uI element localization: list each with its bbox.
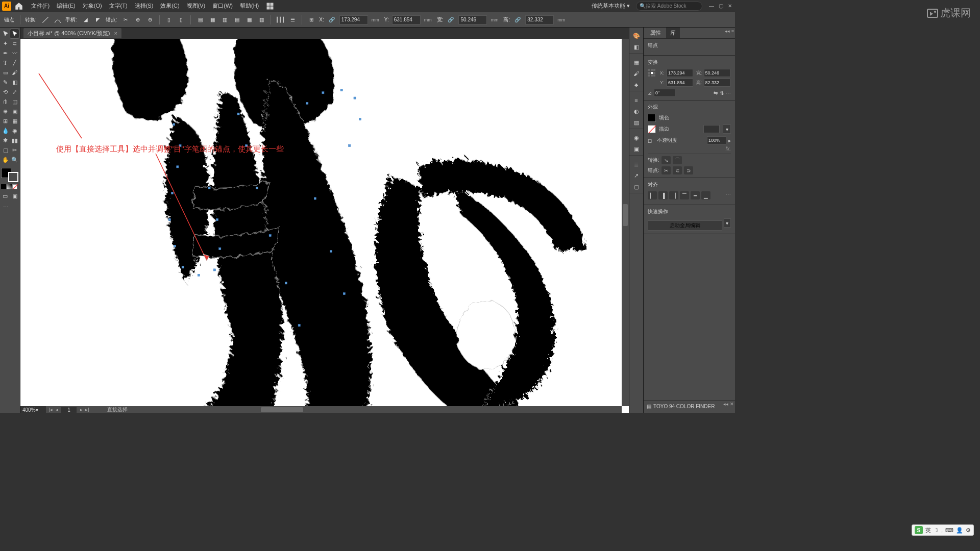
handle-hide-icon[interactable]: ◤: [93, 15, 103, 24]
page-input[interactable]: 1: [61, 407, 77, 413]
menu-help[interactable]: 帮助(H): [236, 1, 262, 11]
gradient-panel-icon[interactable]: ◐: [632, 107, 641, 116]
prop-x-input[interactable]: [667, 69, 693, 77]
convert-smooth-icon[interactable]: [53, 15, 62, 24]
zoom-tool[interactable]: 🔍: [10, 155, 19, 164]
quick-dropdown[interactable]: ▾: [724, 218, 731, 228]
asset-export-icon[interactable]: ↗: [632, 171, 641, 180]
stroke-panel-icon[interactable]: ≡: [632, 95, 641, 105]
flip-h-icon[interactable]: ⇋: [714, 90, 718, 96]
artboard-nav2[interactable]: ▸▸|: [79, 407, 90, 412]
remove-anchor-icon[interactable]: ✂: [121, 15, 130, 24]
eyedropper-tool[interactable]: 💧: [1, 126, 10, 135]
menu-file[interactable]: 文件(F): [28, 1, 53, 11]
menu-select[interactable]: 选择(S): [131, 1, 157, 11]
close-button[interactable]: ✕: [727, 3, 733, 9]
convert-corner-btn[interactable]: ↘: [662, 156, 671, 164]
align-btn-2[interactable]: ▯: [177, 15, 186, 24]
fill-swatch[interactable]: [648, 114, 656, 122]
graph-tool[interactable]: ▮▮: [10, 136, 19, 145]
gradient-tool[interactable]: ▦: [10, 116, 19, 126]
stroke-swatch[interactable]: [648, 125, 656, 133]
align-btn-1[interactable]: ▯: [164, 15, 174, 24]
swatch-close-icon[interactable]: ✕: [730, 402, 734, 407]
connect-anchor-btn[interactable]: ⊂: [673, 166, 682, 174]
screen-modes[interactable]: ▭▣: [1, 191, 19, 201]
panel-menu-icon[interactable]: ≡: [731, 29, 734, 34]
convert-corner-icon[interactable]: [41, 15, 50, 24]
canvas[interactable]: 使用【直接选择工具】选中并调整"目"字笔画的锚点，使其更长一些: [20, 39, 629, 413]
blend-tool[interactable]: ◉: [10, 126, 19, 135]
transparency-icon[interactable]: ▨: [632, 118, 641, 127]
align-more-icon[interactable]: ⋯: [726, 191, 731, 199]
distribute-h-icon[interactable]: ┃┃┃: [276, 15, 285, 24]
menu-type[interactable]: 文字(T): [106, 1, 131, 11]
appearance-icon[interactable]: ◉: [632, 133, 641, 142]
mesh-tool[interactable]: ⊞: [1, 116, 10, 126]
zoom-display[interactable]: 400% ▾: [20, 406, 46, 413]
align-right-btn[interactable]: ▕: [669, 191, 678, 199]
tab-properties[interactable]: 属性: [646, 28, 665, 38]
line-tool[interactable]: ╱: [10, 58, 19, 67]
align-hcenter-icon[interactable]: ▦: [208, 15, 217, 24]
menu-window[interactable]: 窗口(W): [209, 1, 236, 11]
layers-icon[interactable]: ≣: [632, 160, 641, 169]
rotate-tool[interactable]: ⟲: [1, 87, 10, 96]
hand-tool[interactable]: ✋: [1, 155, 10, 164]
flip-v-icon[interactable]: ⇅: [720, 90, 724, 96]
remove-anchor-btn[interactable]: ✂: [662, 166, 671, 174]
align-right-icon[interactable]: ▥: [220, 15, 229, 24]
prop-w-input[interactable]: [704, 69, 730, 77]
link-xy-icon[interactable]: 🔗: [327, 15, 336, 24]
artboard-nav[interactable]: |◂◂: [48, 407, 59, 412]
direct-selection-tool[interactable]: [10, 29, 19, 38]
swatch-list-icon[interactable]: ▤: [647, 404, 651, 409]
adobe-stock-search[interactable]: 🔍 搜索 Adobe Stock: [636, 2, 702, 11]
horizontal-scrollbar[interactable]: 400% ▾ |◂◂ 1 ▸▸| 直接选择: [20, 406, 622, 413]
handle-show-icon[interactable]: ◢: [81, 15, 90, 24]
global-edit-button[interactable]: 启动全局编辑: [648, 220, 722, 231]
cut-anchor-btn[interactable]: ⊃: [684, 166, 693, 174]
y-input[interactable]: [392, 15, 421, 24]
w-input[interactable]: [458, 15, 487, 24]
artboard-tool[interactable]: ▢: [1, 145, 10, 155]
shaper-tool[interactable]: ✎: [1, 78, 10, 87]
opacity-input[interactable]: [707, 136, 726, 144]
type-tool[interactable]: T: [1, 58, 10, 67]
distribute-v-icon[interactable]: ☰: [288, 15, 297, 24]
symbol-sprayer-tool[interactable]: ✱: [1, 136, 10, 145]
reference-point[interactable]: [648, 69, 656, 77]
close-tab-icon[interactable]: ×: [114, 30, 117, 36]
minimize-button[interactable]: —: [708, 3, 715, 9]
angle-input[interactable]: [654, 89, 675, 97]
stroke-weight-input[interactable]: [703, 125, 720, 133]
align-left-icon[interactable]: ▤: [195, 15, 205, 24]
align-bottom-btn[interactable]: ▁: [701, 191, 710, 199]
maximize-button[interactable]: ▢: [718, 3, 724, 9]
lasso-tool[interactable]: ⊂: [10, 39, 19, 48]
menu-edit[interactable]: 编辑(E): [53, 1, 79, 11]
width-tool[interactable]: ⫛: [1, 97, 10, 106]
arrange-docs-icon[interactable]: [265, 2, 275, 11]
slice-tool[interactable]: ✂: [10, 145, 19, 155]
graphic-styles-icon[interactable]: ▣: [632, 144, 641, 154]
color-guide-icon[interactable]: ◧: [632, 42, 641, 52]
rectangle-tool[interactable]: ▭: [1, 68, 10, 77]
edit-toolbar[interactable]: ⋯: [1, 203, 10, 212]
perspective-tool[interactable]: ▣: [10, 107, 19, 116]
tab-libraries[interactable]: 库: [666, 28, 680, 38]
workspace-selector[interactable]: 传统基本功能 ▾: [589, 1, 633, 11]
artboards-icon[interactable]: ▢: [632, 182, 641, 191]
ref-point-icon[interactable]: ⊞: [307, 15, 316, 24]
align-left-btn[interactable]: ▏: [648, 191, 657, 199]
link-wh-icon[interactable]: 🔗: [446, 15, 455, 24]
prop-y-input[interactable]: [667, 79, 693, 87]
menu-view[interactable]: 视图(V): [183, 1, 209, 11]
vertical-scrollbar[interactable]: [622, 39, 629, 406]
symbols-icon[interactable]: ♣: [632, 80, 641, 89]
stroke-weight-stepper[interactable]: ▾: [723, 124, 731, 134]
align-bottom-icon[interactable]: ▥: [257, 15, 266, 24]
h-input[interactable]: [525, 15, 554, 24]
brushes-icon[interactable]: 🖌: [632, 69, 641, 78]
align-middle-btn[interactable]: ━: [691, 191, 700, 199]
